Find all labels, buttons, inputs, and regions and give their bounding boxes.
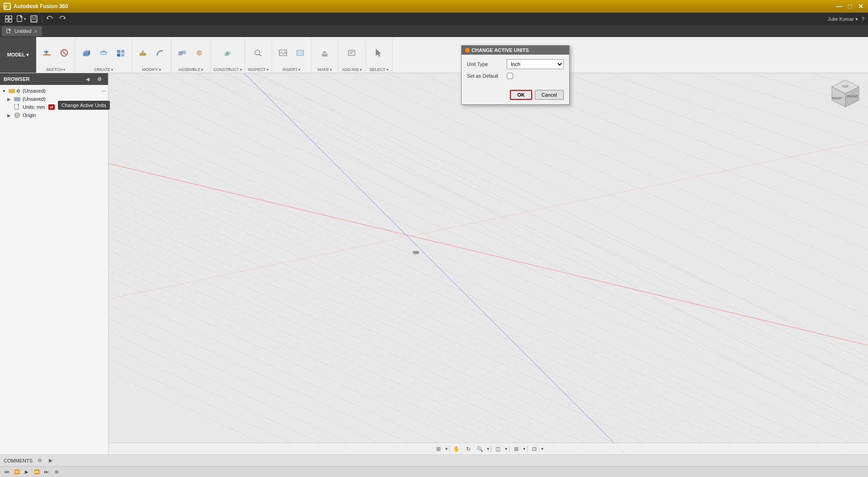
modify-label: MODIFY ▾ [142,67,161,72]
timeline-forward-button[interactable]: ⏩ [33,468,41,476]
isometric-grid [108,73,868,454]
assemble-new-component-button[interactable] [174,44,190,62]
timeline: ⏮ ⏪ ▶ ⏩ ⏭ ⊞ [0,466,868,477]
timeline-filter-button[interactable]: ⊞ [52,468,61,476]
close-button[interactable]: ✕ [857,3,864,10]
nav-sep-3 [509,446,509,452]
svg-text:F: F [5,5,8,9]
svg-rect-42 [349,50,355,55]
help-button[interactable]: ? [862,16,864,22]
insert-label: INSERT ▾ [283,67,300,72]
redo-button[interactable] [57,14,67,24]
browser-item-root-label: (Unsaved) [23,88,46,94]
make-icons [316,39,333,66]
minimize-button[interactable]: — [835,3,843,10]
pan-button[interactable]: ✋ [452,444,462,454]
change-units-tooltip: Change Active Units [58,101,110,110]
timeline-prev-button[interactable]: ⏮ [3,468,11,476]
make-3dprint-button[interactable] [316,44,333,62]
unit-type-select[interactable]: Millimeter Centimeter Meter Inch Foot [507,59,564,69]
construct-icons [219,39,236,66]
dialog-ok-button[interactable]: OK [510,90,532,100]
undo-button[interactable] [45,14,55,24]
insert-canvas-button[interactable] [292,44,308,62]
nav-dropdown-2[interactable]: ▾ [487,446,489,451]
select-tool-button[interactable] [371,44,387,62]
document-tab[interactable]: Untitled ✕ [2,26,42,36]
nav-dropdown-4[interactable]: ▾ [523,446,525,451]
new-file-button[interactable]: ▾ [16,14,26,24]
svg-rect-40 [322,54,328,56]
units-label: Units: mm [23,104,45,110]
addins-scripts-button[interactable] [344,44,360,62]
browser-collapse-button[interactable]: ◀ [83,74,93,84]
create-more-button[interactable] [113,44,129,62]
display-mode-button[interactable]: ◫ [493,444,503,454]
sketch-create-button[interactable] [39,44,55,62]
construct-offset-plane-button[interactable] [219,44,236,62]
tab-bar: Untitled ✕ [0,25,868,37]
change-active-units-dialog: CHANGE ACTIVE UNITS Unit Type Millimeter… [461,45,570,105]
view-settings-button[interactable]: ⊞ [434,444,443,454]
svg-rect-37 [297,50,303,55]
grid-button[interactable]: ⊞ [511,444,521,454]
modify-press-pull-button[interactable] [135,44,151,62]
timeline-next-button[interactable]: ⏭ [42,468,51,476]
orbit-button[interactable]: ↻ [463,444,473,454]
sketch-label: SKETCH ▾ [46,67,66,72]
set-default-checkbox[interactable] [507,73,513,79]
browser-item-root-options[interactable]: ⋯ [102,89,106,94]
nav-dropdown-1[interactable]: ▾ [445,446,448,451]
model-mode-button[interactable]: MODEL ▾ [0,37,36,73]
assemble-icons [174,39,208,66]
change-units-icon[interactable]: ⇄ [48,104,55,110]
addins-label: ADD-INS ▾ [342,67,361,72]
ribbon-section-create: CREATE ▾ [75,37,132,73]
browser-settings-button[interactable]: ⚙ [94,74,104,84]
browser-item-root[interactable]: ▼ ⚙ (Unsaved) ⋯ [0,87,108,95]
status-settings-button[interactable]: ⚙ [36,457,43,464]
svg-line-17 [62,51,66,54]
grid-menu-button[interactable] [4,14,14,24]
insert-image-button[interactable] [275,44,291,62]
svg-point-33 [255,50,260,55]
ribbon-section-insert: INSERT ▾ [272,37,311,73]
zoom-button[interactable]: 🔍 [475,444,485,454]
modify-fillet-button[interactable] [152,44,168,62]
create-extrude-button[interactable] [78,44,94,62]
chevron-down-icon: ▼ [2,89,7,94]
main-area: BROWSER ◀ ⚙ ▼ ⚙ (Unsaved) ⋯ ▶ [0,73,868,454]
tab-close-button[interactable]: ✕ [34,29,38,34]
browser-item-root-settings[interactable]: ⚙ [16,89,20,94]
app-icon: F [4,3,11,10]
title-bar-left: F Autodesk Fusion 360 [4,3,68,10]
svg-rect-15 [44,51,48,52]
svg-rect-9 [31,19,37,22]
origin-icon [14,112,20,118]
create-revolve-button[interactable] [95,44,112,62]
save-button[interactable] [29,14,39,24]
browser-item-origin[interactable]: ▶ Origin [0,111,108,119]
nav-dropdown-5[interactable]: ▾ [541,446,543,451]
timeline-play-button[interactable]: ▶ [23,468,31,476]
appearance-button[interactable]: ⊡ [529,444,539,454]
sketch-icons [39,39,72,66]
svg-marker-45 [376,49,381,56]
svg-rect-24 [121,53,124,56]
nav-dropdown-3[interactable]: ▾ [505,446,507,451]
user-label[interactable]: Julie Kumar ▾ [828,16,858,22]
svg-rect-22 [121,50,124,52]
status-expand-button[interactable]: ▶ [47,457,54,464]
views-folder-icon [14,96,20,102]
inspect-measure-button[interactable] [250,44,266,62]
assemble-joint-button[interactable] [191,44,208,62]
view-cube[interactable]: TOP FRONT RIGHT [827,78,863,114]
inspect-label: INSPECT ▾ [248,67,268,72]
dialog-cancel-button[interactable]: Cancel [535,90,564,100]
viewport[interactable]: TOP FRONT RIGHT ⊞ ▾ ✋ ↻ 🔍 ▾ ◫ ▾ ⊞ ▾ ⊡ ▾ [108,73,868,454]
restore-button[interactable]: □ [846,3,854,10]
timeline-back-button[interactable]: ⏪ [13,468,21,476]
dialog-body: Unit Type Millimeter Centimeter Meter In… [462,55,569,87]
sketch-stop-button[interactable] [56,44,72,62]
qa-separator [42,15,42,23]
